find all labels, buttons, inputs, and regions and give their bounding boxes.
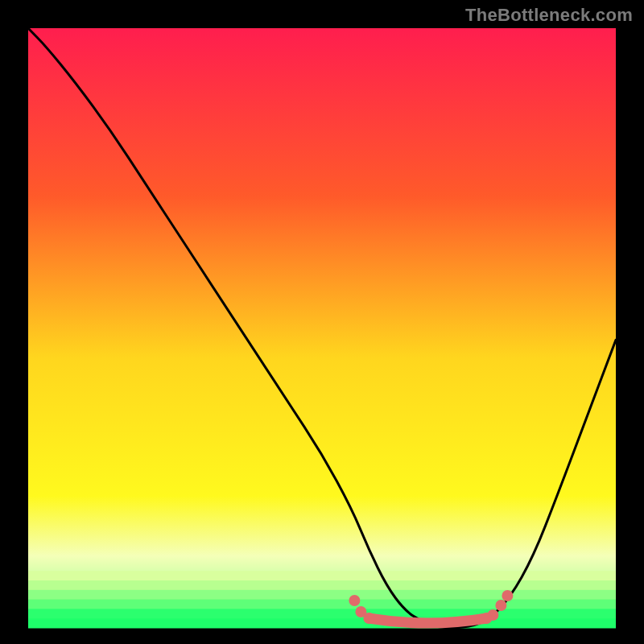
svg-point-12 <box>481 613 492 624</box>
svg-point-9 <box>495 600 506 611</box>
svg-rect-3 <box>28 600 616 609</box>
svg-rect-4 <box>28 609 616 618</box>
svg-point-10 <box>502 590 513 601</box>
bottom-bands <box>28 571 616 628</box>
plot-background <box>28 28 616 628</box>
svg-rect-2 <box>28 590 616 600</box>
watermark-text: TheBottleneck.com <box>465 5 633 26</box>
bottleneck-chart <box>0 0 644 644</box>
svg-point-6 <box>349 595 360 606</box>
svg-rect-0 <box>28 571 616 580</box>
chart-frame: { "watermark": "TheBottleneck.com", "col… <box>0 0 644 644</box>
svg-rect-5 <box>28 618 616 628</box>
svg-point-11 <box>363 613 374 624</box>
svg-rect-1 <box>28 580 616 590</box>
